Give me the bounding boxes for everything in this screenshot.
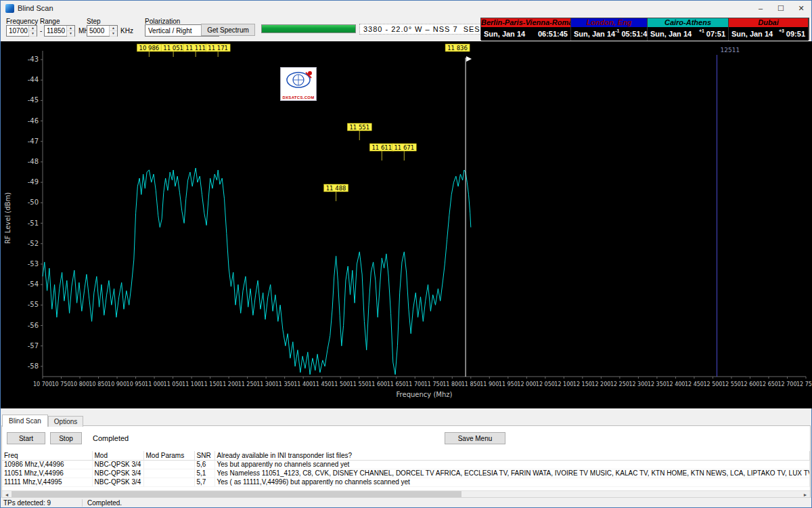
- spin-down-icon[interactable]: ▼: [29, 31, 37, 37]
- col-header-snr[interactable]: SNR: [194, 451, 215, 460]
- x-tick-label: 11 500: [331, 381, 350, 387]
- spin-down-icon[interactable]: ▼: [67, 31, 74, 37]
- spin-up-icon[interactable]: ▲: [67, 26, 74, 31]
- y-axis-title: RF Level (dBm): [4, 192, 12, 244]
- clock-time-berlin: Sun, Jan 14 06:51:45: [481, 27, 571, 41]
- x-tick-label: 12 050: [536, 381, 555, 387]
- step-value: 5000: [87, 26, 109, 36]
- tab-blind-scan[interactable]: Blind Scan: [2, 415, 48, 427]
- x-tick-label: 12 700: [777, 381, 796, 387]
- spin-up-icon[interactable]: ▲: [29, 26, 37, 31]
- clock-city-london: London, Eng: [571, 18, 648, 27]
- x-tick-label: 12 100: [554, 381, 573, 387]
- x-tick-label: 11 150: [201, 381, 220, 387]
- marker-label: 11 671: [394, 144, 414, 151]
- y-tick-label: -56: [28, 322, 39, 329]
- satellite-info: 3380 - 22.0° W – NSS 7 SES 4: [359, 24, 492, 35]
- x-tick-label: 11 700: [405, 381, 424, 387]
- bottom-panel: Blind Scan Options Start Stop Completed …: [1, 408, 811, 499]
- y-tick-label: -58: [28, 362, 39, 370]
- x-tick-label: 12 550: [722, 381, 741, 387]
- save-menu-button[interactable]: Save Menu: [445, 432, 505, 444]
- x-tick-label: 11 300: [256, 381, 275, 387]
- cell-snr: 5,6: [194, 460, 215, 469]
- app-icon: [5, 4, 14, 13]
- toolbar: Frequency Range 10700 ▲ ▼ - 11850 ▲ ▼ MH…: [1, 16, 811, 41]
- x-tick-label: 11 200: [219, 381, 238, 387]
- cell-available: Yes Nameless 11051_4123, C8, CVK, DISNEY…: [215, 469, 810, 478]
- maximize-button[interactable]: ☐: [771, 1, 791, 16]
- dxsatcs-logo: DXSATCS.COM: [280, 67, 317, 101]
- clock-city-cairo: Cairo-Athens: [648, 18, 729, 27]
- frequency-to-value: 11850: [45, 26, 66, 36]
- reference-line-label: 12511: [720, 47, 740, 54]
- x-tick-label: 11 100: [182, 381, 201, 387]
- scan-progress-bar: [261, 24, 356, 33]
- x-tick-label: 12 450: [685, 381, 704, 387]
- marker-label: 11 611: [371, 144, 392, 151]
- blind-scan-panel: Start Stop Completed Save Menu Freq Mod …: [1, 425, 811, 499]
- y-tick-label: -45: [28, 96, 39, 104]
- world-clocks: Berlin-Paris-Vienna-Roma London, Eng Cai…: [480, 18, 809, 40]
- x-tick-label: 12 400: [666, 381, 685, 387]
- table-row[interactable]: 11111 Mhz,V,44995 NBC-QPSK 3/4 5,7 Yes (…: [2, 478, 810, 486]
- progress-fill: [262, 25, 355, 33]
- table-row[interactable]: 11051 Mhz,V,44996 NBC-QPSK 3/4 5,1 Yes N…: [2, 469, 810, 478]
- transponder-table: Freq Mod Mod Params SNR Already availabl…: [2, 451, 810, 487]
- marker-label: 11 836: [447, 45, 468, 51]
- scan-status-text: Completed: [93, 434, 129, 442]
- step-spinner[interactable]: 5000 ▲ ▼: [87, 25, 118, 37]
- clock-city-berlin: Berlin-Paris-Vienna-Roma: [481, 18, 571, 27]
- x-tick-label: 12 000: [517, 381, 536, 387]
- x-tick-label: 12 300: [629, 381, 648, 387]
- clock-date: Sun, Jan 14: [484, 30, 525, 38]
- cell-available: Yes but apparently no channels scanned y…: [215, 460, 810, 469]
- frequency-from-spinner[interactable]: 10700 ▲ ▼: [6, 25, 37, 37]
- x-tick-label: 10 800: [70, 381, 89, 387]
- cell-snr: 5,1: [194, 469, 215, 478]
- y-tick-label: -49: [28, 178, 39, 186]
- step-label: Step: [87, 18, 101, 25]
- window-controls: – ☐ ✕: [750, 1, 811, 16]
- tab-options[interactable]: Options: [48, 416, 83, 427]
- frequency-range-label: Frequency Range: [6, 18, 60, 25]
- x-tick-label: 11 600: [368, 381, 387, 387]
- x-tick-label: 12 650: [759, 381, 778, 387]
- get-spectrum-button[interactable]: Get Spectrum: [201, 24, 255, 36]
- col-header-mod-params[interactable]: Mod Params: [143, 451, 194, 460]
- col-header-mod[interactable]: Mod: [92, 451, 143, 460]
- step-arrows: ▲ ▼: [109, 26, 117, 36]
- minimize-button[interactable]: –: [750, 1, 771, 16]
- cell-mod: NBC-QPSK 3/4: [92, 478, 143, 486]
- cell-mod: NBC-QPSK 3/4: [92, 469, 143, 478]
- cell-mod-params: [143, 469, 194, 478]
- x-tick-label: 11 650: [387, 381, 406, 387]
- col-header-available[interactable]: Already available in INI transponder lis…: [215, 451, 810, 460]
- frequency-from-arrows: ▲ ▼: [28, 26, 37, 36]
- x-tick-label: 12 150: [573, 381, 592, 387]
- y-tick-label: -43: [28, 56, 39, 63]
- polarization-value: Vertical / Right: [148, 27, 191, 35]
- clock-time: 07:51: [706, 30, 725, 38]
- spin-down-icon[interactable]: ▼: [110, 31, 117, 37]
- clock-offset: +1: [699, 27, 704, 33]
- y-tick-label: -57: [28, 342, 39, 350]
- clock-date: Sun, Jan 14: [731, 30, 773, 38]
- frequency-to-spinner[interactable]: 11850 ▲ ▼: [44, 25, 75, 37]
- y-tick-label: -54: [28, 280, 39, 288]
- table-header-row: Freq Mod Mod Params SNR Already availabl…: [2, 451, 810, 460]
- clock-date: Sun, Jan 14: [650, 30, 692, 38]
- start-button[interactable]: Start: [7, 432, 45, 444]
- logo-text: DXSATCS.COM: [281, 96, 316, 100]
- close-button[interactable]: ✕: [791, 1, 811, 16]
- stop-button[interactable]: Stop: [50, 432, 82, 444]
- x-tick-label: 11 050: [164, 381, 183, 387]
- table-row[interactable]: 10986 Mhz,V,44996 NBC-QPSK 3/4 5,6 Yes b…: [2, 460, 810, 469]
- col-header-freq[interactable]: Freq: [2, 451, 92, 460]
- x-tick-label: 12 750: [796, 381, 812, 387]
- y-tick-label: -50: [28, 198, 39, 206]
- x-tick-label: 11 900: [480, 381, 499, 387]
- spin-up-icon[interactable]: ▲: [110, 26, 117, 31]
- cell-mod-params: [143, 478, 194, 486]
- khz-unit-label: KHz: [120, 27, 133, 35]
